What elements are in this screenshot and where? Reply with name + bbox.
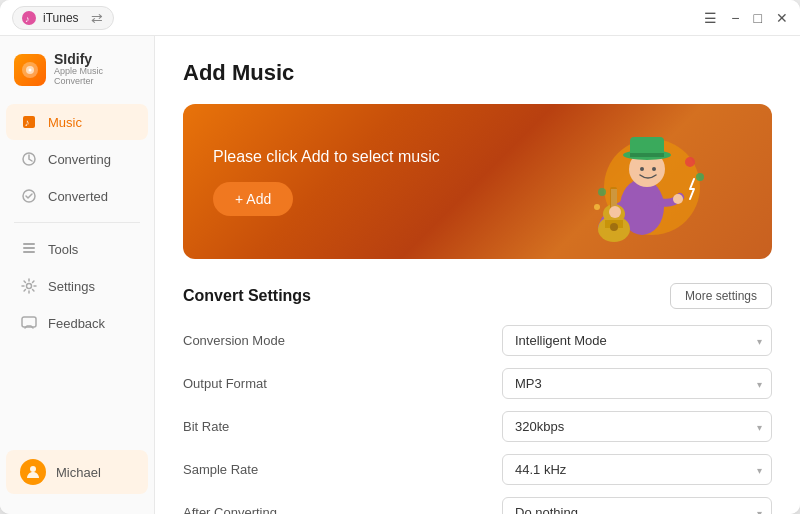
guitarist-illustration [542, 117, 742, 247]
convert-settings-title: Convert Settings [183, 287, 311, 305]
setting-row-conversion-mode: Conversion Mode Intelligent Mode Lossles… [183, 325, 772, 356]
svg-point-22 [652, 167, 656, 171]
titlebar: ♪ iTunes ⇄ ☰ − □ ✕ [0, 0, 800, 36]
banner-text: Please click Add to select music [213, 148, 440, 166]
app-window: ♪ iTunes ⇄ ☰ − □ ✕ [0, 0, 800, 514]
svg-point-4 [29, 68, 32, 71]
minimize-button[interactable]: − [731, 11, 739, 25]
settings-grid: Conversion Mode Intelligent Mode Lossles… [183, 325, 772, 514]
menu-button[interactable]: ☰ [704, 11, 717, 25]
settings-label: Settings [48, 279, 95, 294]
sidebar-item-tools[interactable]: Tools [6, 231, 148, 267]
swap-icon[interactable]: ⇄ [91, 10, 103, 26]
user-avatar [20, 459, 46, 485]
itunes-icon: ♪ [21, 10, 37, 26]
setting-row-after-converting: After Converting Do nothing Open output … [183, 497, 772, 514]
svg-rect-10 [23, 251, 35, 253]
converting-label: Converting [48, 152, 111, 167]
add-music-banner: Please click Add to select music + Add [183, 104, 772, 259]
conversion-mode-wrapper: Intelligent Mode Lossless Mode Manual Mo… [502, 325, 772, 356]
converting-icon [20, 150, 38, 168]
svg-rect-9 [23, 247, 35, 249]
tools-icon [20, 240, 38, 258]
feedback-label: Feedback [48, 316, 105, 331]
after-converting-wrapper: Do nothing Open output folder Shut down … [502, 497, 772, 514]
svg-point-34 [696, 173, 704, 181]
sample-rate-select[interactable]: 44.1 kHz 48 kHz 96 kHz 192 kHz [502, 454, 772, 485]
main-layout: SIdify Apple Music Converter ♪ Music [0, 36, 800, 514]
sidebar-item-converting[interactable]: Converting [6, 141, 148, 177]
add-button-label: + Add [235, 191, 271, 207]
settings-icon [20, 277, 38, 295]
conversion-mode-label: Conversion Mode [183, 333, 343, 348]
sidebar-item-music[interactable]: ♪ Music [6, 104, 148, 140]
svg-point-12 [27, 284, 32, 289]
svg-point-26 [610, 223, 618, 231]
user-profile[interactable]: Michael [6, 450, 148, 494]
sidebar-bottom: Michael [0, 442, 154, 502]
svg-point-32 [673, 194, 683, 204]
svg-rect-11 [23, 243, 35, 245]
music-icon: ♪ [20, 113, 38, 131]
conversion-mode-select[interactable]: Intelligent Mode Lossless Mode Manual Mo… [502, 325, 772, 356]
svg-point-31 [609, 206, 621, 218]
sidebar-item-converted[interactable]: Converted [6, 178, 148, 214]
convert-settings-header: Convert Settings More settings [183, 283, 772, 309]
svg-point-21 [640, 167, 644, 171]
nav-divider [14, 222, 140, 223]
sample-rate-wrapper: 44.1 kHz 48 kHz 96 kHz 192 kHz ▾ [502, 454, 772, 485]
feedback-icon [20, 314, 38, 332]
svg-point-36 [594, 204, 600, 210]
tools-label: Tools [48, 242, 78, 257]
bit-rate-select[interactable]: 128kbps 192kbps 256kbps 320kbps [502, 411, 772, 442]
converted-icon [20, 187, 38, 205]
setting-row-output-format: Output Format MP3 AAC FLAC WAV M4A ▾ [183, 368, 772, 399]
main-content: Add Music Please click Add to select mus… [155, 36, 800, 514]
sidebar: SIdify Apple Music Converter ♪ Music [0, 36, 155, 514]
sample-rate-label: Sample Rate [183, 462, 343, 477]
source-selector[interactable]: ♪ iTunes ⇄ [12, 6, 114, 30]
app-name: SIdify [54, 52, 140, 67]
itunes-label: iTunes [43, 11, 79, 25]
music-label: Music [48, 115, 82, 130]
logo-icon [14, 54, 46, 86]
svg-text:♪: ♪ [25, 14, 30, 24]
after-converting-label: After Converting [183, 505, 343, 514]
output-format-select[interactable]: MP3 AAC FLAC WAV M4A [502, 368, 772, 399]
sidebar-nav: ♪ Music Converting [0, 103, 154, 442]
svg-rect-20 [630, 153, 664, 157]
setting-row-bit-rate: Bit Rate 128kbps 192kbps 256kbps 320kbps… [183, 411, 772, 442]
sidebar-item-feedback[interactable]: Feedback [6, 305, 148, 341]
sidebar-item-settings[interactable]: Settings [6, 268, 148, 304]
banner-left: Please click Add to select music + Add [213, 148, 440, 216]
svg-point-14 [30, 466, 36, 472]
more-settings-button[interactable]: More settings [670, 283, 772, 309]
svg-point-33 [685, 157, 695, 167]
converted-label: Converted [48, 189, 108, 204]
setting-row-sample-rate: Sample Rate 44.1 kHz 48 kHz 96 kHz 192 k… [183, 454, 772, 485]
after-converting-select[interactable]: Do nothing Open output folder Shut down … [502, 497, 772, 514]
user-name: Michael [56, 465, 101, 480]
app-subtitle: Apple Music Converter [54, 67, 140, 87]
bit-rate-label: Bit Rate [183, 419, 343, 434]
page-title: Add Music [183, 60, 772, 86]
output-format-label: Output Format [183, 376, 343, 391]
add-button[interactable]: + Add [213, 182, 293, 216]
maximize-button[interactable]: □ [754, 11, 762, 25]
svg-text:♪: ♪ [25, 117, 30, 128]
output-format-wrapper: MP3 AAC FLAC WAV M4A ▾ [502, 368, 772, 399]
app-logo: SIdify Apple Music Converter [0, 48, 154, 103]
bit-rate-wrapper: 128kbps 192kbps 256kbps 320kbps ▾ [502, 411, 772, 442]
close-button[interactable]: ✕ [776, 11, 788, 25]
window-controls: ☰ − □ ✕ [704, 11, 788, 25]
svg-point-35 [598, 188, 606, 196]
